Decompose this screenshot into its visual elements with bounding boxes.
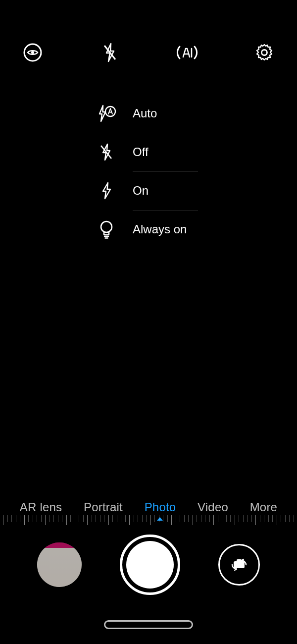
switch-camera-button[interactable] bbox=[218, 544, 260, 586]
mode-video[interactable]: Video bbox=[198, 500, 228, 514]
gear-icon bbox=[255, 43, 274, 62]
camera-screen: Auto Off On bbox=[0, 0, 297, 644]
mode-ar-lens[interactable]: AR lens bbox=[20, 500, 62, 514]
flash-option-off[interactable]: Off bbox=[94, 133, 193, 171]
settings-button[interactable] bbox=[252, 41, 276, 64]
flash-option-always-on[interactable]: Always on bbox=[94, 210, 193, 249]
top-toolbar bbox=[0, 39, 297, 66]
svg-point-4 bbox=[262, 50, 267, 55]
svg-point-7 bbox=[101, 221, 112, 232]
zoom-ruler[interactable] bbox=[0, 515, 297, 526]
home-indicator[interactable] bbox=[104, 620, 193, 629]
flash-menu: Auto Off On bbox=[94, 94, 193, 249]
ai-mode-button[interactable] bbox=[175, 41, 199, 64]
flash-off-icon bbox=[99, 143, 114, 161]
mode-photo[interactable]: Photo bbox=[145, 500, 176, 514]
flash-option-label: Auto bbox=[133, 107, 157, 120]
flash-option-label: Off bbox=[133, 145, 148, 159]
gallery-thumbnail[interactable] bbox=[37, 542, 82, 587]
bulb-icon bbox=[99, 220, 114, 239]
flash-toggle-button[interactable] bbox=[98, 41, 122, 64]
flash-off-icon bbox=[101, 43, 118, 62]
mode-selector: AR lens Portrait Photo Video More bbox=[0, 500, 297, 514]
svg-rect-11 bbox=[237, 559, 242, 562]
shutter-inner bbox=[126, 541, 174, 589]
flash-option-label: Always on bbox=[133, 222, 187, 236]
live-photo-button[interactable] bbox=[21, 41, 45, 64]
eye-icon bbox=[23, 43, 43, 62]
svg-point-1 bbox=[31, 51, 34, 54]
flash-option-on[interactable]: On bbox=[94, 171, 193, 210]
bottom-controls bbox=[0, 530, 297, 599]
flash-on-icon bbox=[100, 182, 113, 200]
thumbnail-image bbox=[37, 542, 82, 587]
flash-option-auto[interactable]: Auto bbox=[94, 94, 193, 133]
mode-more[interactable]: More bbox=[250, 500, 277, 514]
flash-auto-icon bbox=[97, 105, 116, 122]
shutter-button[interactable] bbox=[120, 535, 180, 595]
flash-option-label: On bbox=[133, 184, 148, 198]
ai-icon bbox=[176, 43, 198, 62]
switch-camera-icon bbox=[229, 556, 249, 573]
mode-portrait[interactable]: Portrait bbox=[84, 500, 123, 514]
